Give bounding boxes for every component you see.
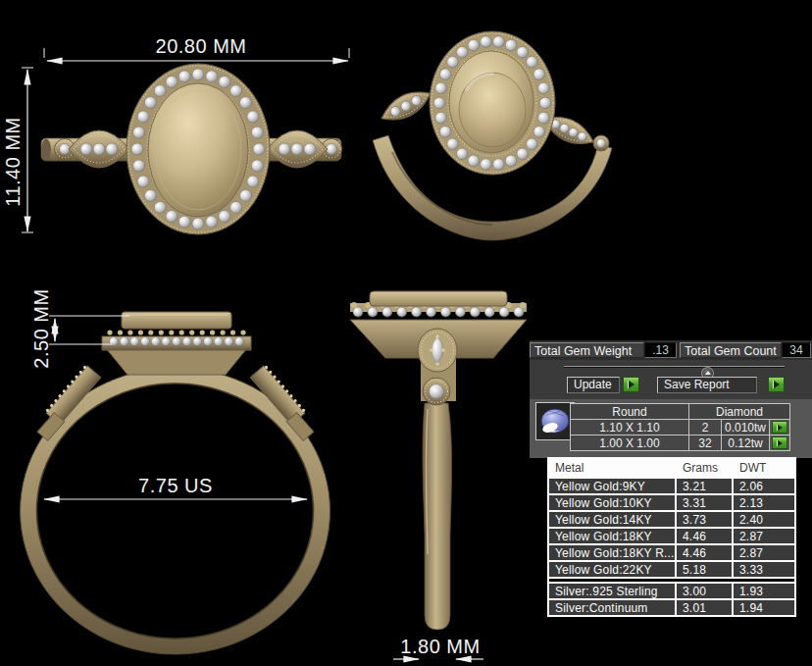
dwt-cell: 2.87 [734,545,794,560]
save-report-button[interactable]: Save Report [657,377,757,393]
metal-name-cell: Yellow Gold:18KY [549,529,675,543]
gem-count-cell: 2 [689,420,721,435]
play-icon [778,425,783,431]
dwt-cell: 2.40 [734,512,794,527]
dwt-cell: 1.94 [734,600,794,615]
metal-row: Yellow Gold:10KY 3.31 2.13 [549,495,794,510]
dwt-cell: 1.93 [734,584,794,598]
dwt-header: DWT [734,459,794,477]
metal-name-cell: Silver:.925 Sterling [549,584,675,598]
metal-name-cell: Yellow Gold:18KY R... [549,545,675,560]
table-section-divider [549,579,794,582]
dwt-cell: 3.33 [734,562,794,577]
metal-header: Metal [549,459,675,477]
slider-up-arrow-icon [705,371,711,375]
grams-cell: 4.46 [677,529,732,543]
dim-head-height-label: 2.50 MM [27,275,55,383]
gem-count-cell: 32 [689,435,721,450]
ring-profile-view-render [348,280,530,666]
dwt-cell: 2.13 [734,495,794,510]
metal-name-cell: Yellow Gold:22KY [549,562,675,577]
gem-size-cell: 1.10 X 1.10 [571,420,688,435]
metal-row: Silver:Continuum 3.01 1.94 [549,600,794,615]
report-panel: Total Gem Weight .13 Total Gem Count 34 … [530,340,812,666]
grams-cell: 3.01 [677,600,732,615]
metal-name-cell: Yellow Gold:9KY [549,479,675,493]
total-gem-weight-label: Total Gem Weight [530,342,644,358]
save-report-go-button[interactable] [768,377,785,392]
update-go-button[interactable] [623,377,639,392]
dwt-cell: 2.06 [734,479,794,493]
grams-cell: 3.31 [677,495,732,510]
gem-table-shape-header: Round [571,404,688,419]
metal-name-cell: Yellow Gold:14KY [549,512,675,527]
grams-cell: 3.73 [677,512,732,527]
gem-weight-cell: 0.010tw [722,420,769,435]
metal-row: Yellow Gold:22KY 5.18 3.33 [549,562,794,577]
metal-row: Yellow Gold:9KY 3.21 2.06 [549,479,794,493]
ring-perspective-view-render [365,5,644,245]
gem-table-row: 1.00 X 1.00 32 0.12tw [571,435,789,450]
dim-band-width-label: 1.80 MM [391,636,489,658]
gem-row-go-button[interactable] [772,436,787,449]
grams-cell: 3.00 [677,584,732,598]
metal-row: Yellow Gold:14KY 3.73 2.40 [549,512,794,527]
play-icon [778,440,783,446]
metal-row: Yellow Gold:18KY 4.46 2.87 [549,529,794,543]
metal-row: Silver:.925 Sterling 3.00 1.93 [549,584,794,598]
dim-front-width-label: 20.80 MM [137,35,265,58]
viewport: 20.80 MM 11.40 MM 2.50 MM 7.75 US 1.80 M… [0,0,812,666]
gem-table-row: 1.10 X 1.10 2 0.010tw [571,420,789,435]
grams-header: Grams [677,459,732,477]
gem-icon [536,403,574,439]
gem-table: Round Diamond 1.10 X 1.10 2 0.010tw 1.00… [570,403,790,451]
play-icon [629,381,634,388]
gem-row-go-button[interactable] [772,421,787,434]
metal-weight-table: Metal Grams DWT Yellow Gold:9KY 3.21 2.0… [547,457,796,617]
panel-slider-track[interactable] [564,366,785,368]
grams-cell: 4.46 [677,545,732,560]
gem-table-type-header: Diamond [689,404,789,419]
total-gem-count-value: 34 [782,342,811,358]
dim-ring-size-label: 7.75 US [117,475,234,497]
metal-row: Yellow Gold:18KY R... 4.46 2.87 [549,545,794,560]
totals-bar: Total Gem Weight .13 Total Gem Count 34 [530,340,812,360]
gem-size-cell: 1.00 X 1.00 [571,435,688,450]
dim-front-height-label: 11.40 MM [0,93,26,231]
play-icon [774,381,780,388]
update-button[interactable]: Update [567,377,620,393]
grams-cell: 5.18 [677,562,732,577]
grams-cell: 3.21 [677,479,732,493]
gem-weight-cell: 0.12tw [722,435,769,450]
control-bar: Update Save Report [530,360,812,399]
gem-section: Round Diamond 1.10 X 1.10 2 0.010tw 1.00… [530,399,812,458]
metal-name-cell: Yellow Gold:10KY [549,495,675,510]
total-gem-weight-value: .13 [644,342,677,358]
gem-thumbnail[interactable] [535,402,575,440]
metal-name-cell: Silver:Continuum [549,600,675,615]
total-gem-count-label: Total Gem Count [680,342,782,358]
dwt-cell: 2.87 [734,529,794,543]
